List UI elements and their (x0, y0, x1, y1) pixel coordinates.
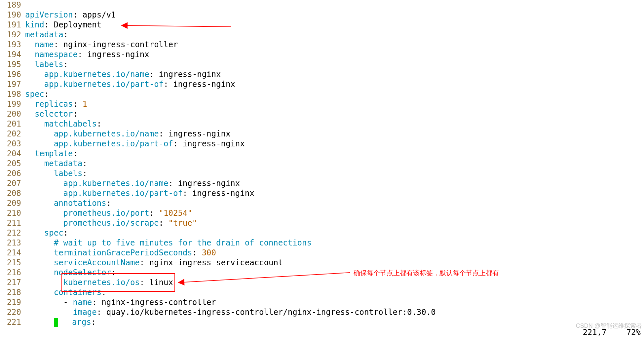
code-line[interactable]: 193 name: nginx-ingress-controller (0, 40, 644, 50)
token (25, 139, 54, 148)
line-number: 217 (0, 278, 25, 287)
token: : (97, 119, 101, 129)
code-line[interactable]: 205 metadata: (0, 159, 644, 168)
code-line[interactable]: 221 args: (0, 317, 644, 327)
token: prometheus.io/scrape (63, 218, 159, 228)
code-line[interactable]: 204 template: (0, 149, 644, 159)
code-line[interactable]: 191kind: Deployment (0, 20, 644, 30)
code-line[interactable]: 199 replicas: 1 (0, 99, 644, 109)
code-line[interactable]: 209 annotations: (0, 198, 644, 208)
token: : (192, 248, 202, 257)
code-content[interactable]: name: nginx-ingress-controller (25, 40, 644, 50)
code-content[interactable]: prometheus.io/scrape: "true" (25, 218, 644, 228)
token: apps/v1 (82, 10, 116, 19)
token: : (164, 80, 173, 89)
code-content[interactable]: app.kubernetes.io/part-of: ingress-nginx (25, 188, 644, 198)
code-content[interactable]: app.kubernetes.io/name: ingress-nginx (25, 129, 644, 139)
code-line[interactable]: 214 terminationGracePeriodSeconds: 300 (0, 248, 644, 258)
token: app.kubernetes.io/name (54, 129, 159, 138)
code-content[interactable]: labels: (25, 168, 644, 178)
line-number: 193 (0, 40, 25, 50)
code-content[interactable]: matchLabels: (25, 119, 644, 129)
line-number: 214 (0, 248, 25, 258)
code-content[interactable]: args: (25, 317, 644, 327)
token: : (63, 228, 68, 238)
code-line[interactable]: 197 app.kubernetes.io/part-of: ingress-n… (0, 79, 644, 89)
code-line[interactable]: 213 # wait up to five minutes for the dr… (0, 238, 644, 248)
code-line[interactable]: 200 selector: (0, 109, 644, 119)
code-content[interactable]: selector: (25, 109, 644, 119)
code-content[interactable]: serviceAccountName: nginx-ingress-servic… (25, 258, 644, 268)
code-line[interactable]: 215 serviceAccountName: nginx-ingress-se… (0, 258, 644, 268)
token (25, 80, 44, 89)
code-content[interactable]: spec: (25, 89, 644, 99)
code-line[interactable]: 194 namespace: ingress-nginx (0, 50, 644, 59)
line-number: 211 (0, 218, 25, 228)
code-line[interactable]: 202 app.kubernetes.io/name: ingress-ngin… (0, 129, 644, 139)
token (25, 119, 44, 129)
cursor (54, 318, 58, 327)
code-content[interactable]: spec: (25, 228, 644, 238)
code-content[interactable]: template: (25, 149, 644, 159)
code-content[interactable]: app.kubernetes.io/part-of: ingress-nginx (25, 79, 644, 89)
code-line[interactable]: 201 matchLabels: (0, 119, 644, 129)
token (25, 129, 54, 138)
token: args (72, 318, 91, 327)
token: ingress-nginx (192, 189, 254, 198)
code-line[interactable]: 189 (0, 0, 644, 10)
token: : (73, 10, 83, 19)
line-number: 195 (0, 59, 25, 69)
code-content[interactable]: metadata: (25, 30, 644, 40)
code-content[interactable]: app.kubernetes.io/name: ingress-nginx (25, 178, 644, 188)
token: 300 (202, 248, 216, 257)
code-content[interactable] (25, 0, 644, 10)
code-line[interactable]: 212 spec: (0, 228, 644, 238)
line-number: 220 (0, 307, 25, 317)
code-line[interactable]: 208 app.kubernetes.io/part-of: ingress-n… (0, 188, 644, 198)
code-line[interactable]: 206 labels: (0, 168, 644, 178)
token: apiVersion (25, 10, 73, 19)
code-line[interactable]: 192metadata: (0, 30, 644, 40)
token: spec (25, 90, 44, 99)
code-line[interactable]: 190apiVersion: apps/v1 (0, 10, 644, 20)
code-content[interactable]: namespace: ingress-nginx (25, 50, 644, 59)
code-line[interactable]: 195 labels: (0, 59, 644, 69)
code-content[interactable]: app.kubernetes.io/name: ingress-nginx (25, 69, 644, 79)
token (25, 109, 35, 119)
code-line[interactable]: 198spec: (0, 89, 644, 99)
token: ingress-nginx (169, 129, 231, 138)
token (25, 70, 44, 79)
code-line[interactable]: 196 app.kubernetes.io/name: ingress-ngin… (0, 69, 644, 79)
code-line[interactable]: 219 - name: nginx-ingress-controller (0, 297, 644, 307)
token (25, 288, 54, 297)
token: replicas (35, 99, 73, 109)
code-line[interactable]: 210 prometheus.io/port: "10254" (0, 208, 644, 218)
code-content[interactable]: terminationGracePeriodSeconds: 300 (25, 248, 644, 258)
code-content[interactable]: image: quay.io/kubernetes-ingress-contro… (25, 307, 644, 317)
line-number: 215 (0, 258, 25, 268)
line-number: 191 (0, 20, 25, 30)
token (25, 159, 44, 168)
code-line[interactable]: 211 prometheus.io/scrape: "true" (0, 218, 644, 228)
token: : (73, 99, 83, 109)
code-content[interactable]: - name: nginx-ingress-controller (25, 297, 644, 307)
code-content[interactable]: annotations: (25, 198, 644, 208)
code-content[interactable]: kind: Deployment (25, 20, 644, 30)
token: : (78, 50, 87, 59)
code-content[interactable]: replicas: 1 (25, 99, 644, 109)
code-line[interactable]: 207 app.kubernetes.io/name: ingress-ngin… (0, 178, 644, 188)
code-content[interactable]: metadata: (25, 159, 644, 168)
code-line[interactable]: 203 app.kubernetes.io/part-of: ingress-n… (0, 139, 644, 149)
code-content[interactable]: # wait up to five minutes for the drain … (25, 238, 644, 248)
code-content[interactable]: app.kubernetes.io/part-of: ingress-nginx (25, 139, 644, 149)
token (25, 228, 44, 238)
token: nginx-ingress-controller (101, 298, 216, 307)
code-content[interactable]: prometheus.io/port: "10254" (25, 208, 644, 218)
code-line[interactable]: 220 image: quay.io/kubernetes-ingress-co… (0, 307, 644, 317)
code-content[interactable]: apiVersion: apps/v1 (25, 10, 644, 20)
token: : (63, 30, 68, 39)
token: # wait up to five minutes for the drain … (54, 238, 312, 247)
token: terminationGracePeriodSeconds (54, 248, 192, 257)
annotation-text: 确保每个节点上都有该标签，默认每个节点上都有 (354, 269, 499, 278)
code-content[interactable]: labels: (25, 59, 644, 69)
